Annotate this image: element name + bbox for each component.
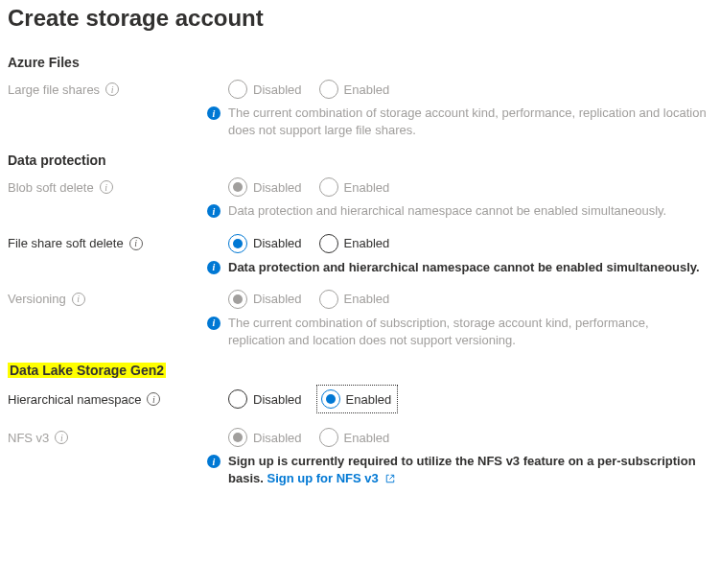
info-row-bsd: i Data protection and hierarchical names… [207, 202, 712, 220]
info-icon[interactable]: i [129, 237, 143, 250]
row-large-file-shares: Large file shares i Disabled Enabled [8, 80, 712, 99]
highlight-adls: Data Lake Storage Gen2 [8, 363, 166, 378]
radio-circle-icon [319, 80, 338, 99]
radio-label: Disabled [253, 431, 302, 445]
radio-hns-disabled[interactable]: Disabled [228, 389, 302, 409]
radio-label: Disabled [253, 180, 302, 195]
radio-label: Disabled [253, 392, 302, 407]
radio-circle-icon [228, 234, 247, 253]
radio-fssd-enabled[interactable]: Enabled [319, 234, 390, 253]
radio-label: Enabled [344, 292, 390, 306]
info-bullet-icon: i [207, 106, 221, 120]
label-file-share-soft-delete: File share soft delete [8, 236, 124, 250]
info-icon[interactable]: i [55, 431, 68, 444]
row-versioning: Versioning i Disabled Enabled [8, 290, 712, 309]
external-link-icon [385, 474, 395, 483]
radio-circle-icon [228, 177, 247, 197]
row-nfs: NFS v3 i Disabled Enabled [8, 428, 712, 447]
row-file-share-soft-delete: File share soft delete i Disabled Enable… [8, 234, 712, 253]
info-row-fssd: i Data protection and hierarchical names… [207, 259, 712, 276]
info-row-ver: i The current combination of subscriptio… [207, 315, 712, 349]
page-title: Create storage account [8, 5, 712, 32]
link-signup-nfs[interactable]: Sign up for NFS v3 [267, 471, 395, 485]
radio-nfs-enabled: Enabled [319, 428, 390, 447]
info-icon[interactable]: i [147, 392, 160, 406]
info-text-ver: The current combination of subscription,… [228, 315, 708, 349]
radio-label: Enabled [344, 431, 390, 445]
focus-ring: Enabled [319, 388, 396, 411]
info-bullet-icon: i [207, 204, 221, 218]
info-bullet-icon: i [207, 455, 221, 468]
radio-label: Disabled [253, 236, 302, 250]
label-nfs: NFS v3 [8, 431, 49, 445]
radio-circle-icon [321, 389, 340, 409]
row-hns: Hierarchical namespace i Disabled Enable… [8, 388, 712, 411]
radio-circle-icon [319, 290, 338, 309]
radio-circle-icon [228, 80, 247, 99]
row-blob-soft-delete: Blob soft delete i Disabled Enabled [8, 177, 712, 197]
radio-dot-icon [326, 394, 336, 404]
radio-label: Disabled [253, 82, 302, 97]
radio-circle-icon [319, 234, 338, 253]
radio-circle-icon [228, 389, 247, 409]
info-icon[interactable]: i [72, 293, 85, 306]
radio-dot-icon [233, 239, 243, 248]
radio-bsd-enabled: Enabled [319, 177, 390, 197]
label-hns: Hierarchical namespace [8, 392, 141, 407]
section-heading-data-protection: Data protection [8, 153, 712, 168]
radio-fssd-disabled[interactable]: Disabled [228, 234, 302, 253]
info-row-lfs: i The current combination of storage acc… [207, 105, 712, 139]
radio-label: Enabled [344, 180, 390, 195]
radio-label: Enabled [344, 82, 390, 97]
radio-circle-icon [319, 177, 338, 197]
radio-label: Disabled [253, 292, 302, 306]
radio-bsd-disabled: Disabled [228, 177, 302, 197]
radio-circle-icon [319, 428, 338, 447]
info-icon[interactable]: i [105, 82, 119, 96]
radio-dot-icon [233, 433, 243, 442]
radio-nfs-disabled: Disabled [228, 428, 302, 447]
info-bullet-icon: i [207, 317, 221, 330]
link-text: Sign up for NFS v3 [267, 471, 378, 485]
radio-lfs-disabled: Disabled [228, 80, 302, 99]
info-row-nfs: i Sign up is currently required to utili… [207, 453, 712, 487]
info-text-fssd: Data protection and hierarchical namespa… [228, 259, 700, 276]
section-heading-azure-files: Azure Files [8, 55, 712, 70]
radio-dot-icon [233, 294, 243, 304]
radio-label: Enabled [346, 392, 392, 407]
radio-hns-enabled[interactable]: Enabled [321, 389, 392, 409]
radio-ver-enabled: Enabled [319, 290, 390, 309]
label-versioning: Versioning [8, 292, 66, 306]
info-bullet-icon: i [207, 261, 221, 274]
info-text-bsd: Data protection and hierarchical namespa… [228, 202, 666, 220]
radio-lfs-enabled: Enabled [319, 80, 390, 99]
info-icon[interactable]: i [100, 180, 113, 194]
radio-circle-icon [228, 428, 247, 447]
label-large-file-shares: Large file shares [8, 82, 100, 97]
label-blob-soft-delete: Blob soft delete [8, 180, 94, 195]
radio-label: Enabled [344, 236, 390, 250]
info-text-lfs: The current combination of storage accou… [228, 105, 708, 139]
radio-ver-disabled: Disabled [228, 290, 302, 309]
radio-circle-icon [228, 290, 247, 309]
section-heading-adls: Data Lake Storage Gen2 [8, 363, 712, 378]
radio-dot-icon [233, 182, 243, 192]
